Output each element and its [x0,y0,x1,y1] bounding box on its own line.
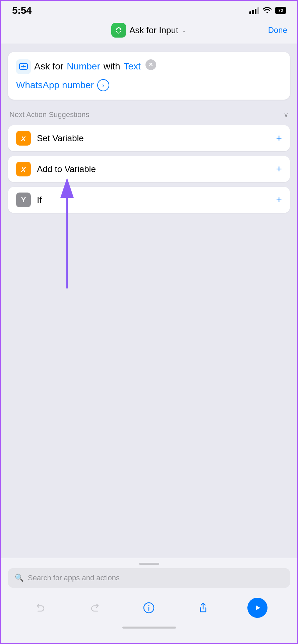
ask-input-icon [16,59,31,74]
with-label: with [104,59,120,73]
suggestion-left-if: Υ If [16,193,42,207]
suggestions-title: Next Action Suggestions [9,110,89,119]
suggestions-chevron-icon[interactable]: ∨ [284,111,289,119]
close-button[interactable]: ✕ [145,59,156,70]
status-time: 5:54 [12,5,32,16]
svg-marker-6 [256,605,260,610]
signal-icon [249,7,259,14]
search-icon: 🔍 [15,574,24,582]
nav-bar: Ask for Input ⌄ Done [0,19,298,44]
add-to-variable-label: Add to Variable [37,164,96,174]
redo-button[interactable] [85,598,105,618]
add-to-variable-add-button[interactable]: + [276,163,282,175]
if-icon: Υ [16,193,31,207]
play-button[interactable] [247,598,267,618]
add-to-variable-icon-label: x [21,164,25,174]
search-bar-container: 🔍 Search for apps and actions [0,568,298,594]
action-card-content: Ask for Number with Text ✕ WhatsApp numb… [16,59,282,92]
status-bar: 5:54 72 [0,0,298,19]
share-button[interactable] [193,598,213,618]
undo-button[interactable] [31,598,51,618]
ask-for-label: Ask for [34,59,63,73]
action-second-line: WhatsApp number › [16,78,282,92]
add-to-variable-icon: x [16,162,31,176]
suggestions-header: Next Action Suggestions ∨ [8,110,290,119]
bottom-handle [139,563,159,565]
whatsapp-link[interactable]: WhatsApp number [16,78,94,92]
suggestion-left-set-variable: x Set Variable [16,131,84,146]
set-variable-icon-label: x [21,133,25,143]
battery-icon: 72 [275,7,286,14]
main-content: Ask for Number with Text ✕ WhatsApp numb… [0,44,298,569]
set-variable-label: Set Variable [37,133,84,144]
toolbar [0,594,298,623]
action-icon-wrapper [16,59,31,74]
nav-chevron-icon[interactable]: ⌄ [182,26,187,34]
suggestion-if[interactable]: Υ If + [8,187,290,213]
search-bar[interactable]: 🔍 Search for apps and actions [8,568,290,588]
nav-title: Ask for Input [129,25,178,36]
svg-point-5 [148,605,150,606]
suggestion-left-add-variable: x Add to Variable [16,162,96,176]
if-label: If [37,195,42,205]
set-variable-add-button[interactable]: + [276,132,282,144]
suggestion-add-to-variable[interactable]: x Add to Variable + [8,156,290,182]
bottom-sheet: 🔍 Search for apps and actions [0,558,298,644]
set-variable-icon: x [16,131,31,146]
suggestion-set-variable[interactable]: x Set Variable + [8,125,290,151]
expand-button[interactable]: › [97,79,109,91]
bottom-handle-area [0,558,298,568]
shortcuts-app-icon [111,23,126,38]
search-placeholder: Search for apps and actions [28,574,120,582]
if-add-button[interactable]: + [276,194,282,206]
home-bar [122,627,176,629]
text-variable[interactable]: Text [124,59,141,73]
if-icon-label: Υ [21,196,26,204]
home-indicator [0,623,298,631]
status-icons: 72 [249,6,286,15]
wifi-icon [262,6,272,15]
action-card: Ask for Number with Text ✕ WhatsApp numb… [8,52,290,100]
number-variable[interactable]: Number [67,59,100,73]
nav-center: Ask for Input ⌄ [111,23,187,38]
done-button[interactable]: Done [260,25,287,35]
info-button[interactable] [139,598,159,618]
